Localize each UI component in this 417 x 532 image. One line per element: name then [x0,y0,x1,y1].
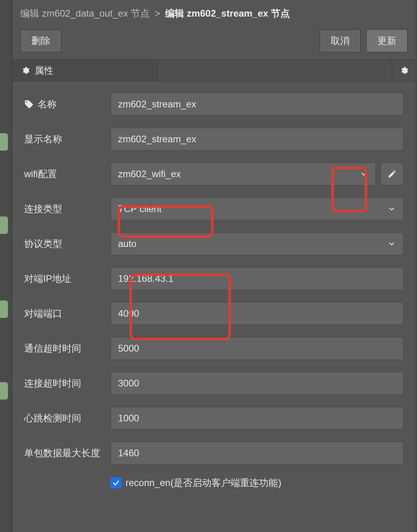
peer-ip-label: 对端IP地址 [24,272,110,285]
breadcrumb: 编辑 zm602_data_out_ex 节点 > 编辑 zm602_strea… [12,0,415,25]
heartbeat-label: 心跳检测时间 [24,412,110,425]
gear-icon [21,66,30,75]
check-icon [112,479,120,487]
heartbeat-input[interactable] [110,407,404,430]
cancel-button[interactable]: 取消 [320,29,361,52]
tab-properties-label: 属性 [34,64,53,77]
gear-icon [400,66,408,75]
connection-type-value: TCP client [118,203,162,214]
name-label: 名称 [38,98,57,111]
reconn-label: reconn_en(是否启动客户端重连功能) [126,477,281,489]
conn-timeout-input[interactable] [110,372,404,395]
tabbar: 属性 [12,59,415,82]
breadcrumb-parent[interactable]: 编辑 zm602_data_out_ex 节点 [20,8,150,19]
tab-properties[interactable]: 属性 [12,60,158,81]
canvas-node-fragment [0,300,8,318]
chevron-down-icon [387,239,396,248]
pencil-icon [387,169,397,179]
display-label: 显示名称 [24,133,110,145]
wifi-config-value: zm602_wifi_ex [118,168,181,180]
chevron-down-icon [360,170,368,178]
comm-timeout-label: 通信超时时间 [24,342,110,355]
breadcrumb-current: 编辑 zm602_stream_ex 节点 [165,8,290,19]
connection-type-select[interactable]: TCP client [110,197,404,220]
comm-timeout-input[interactable] [110,337,404,360]
display-name-input[interactable] [110,128,404,151]
protocol-type-select[interactable]: auto [110,232,404,255]
form: 名称 显示名称 wifi配置 zm602_wifi_ex [12,82,415,532]
proto-label: 协议类型 [24,237,110,250]
chevron-down-icon [387,205,396,213]
conn-timeout-label: 连接超时时间 [24,377,110,390]
protocol-type-value: auto [118,238,137,249]
update-button[interactable]: 更新 [366,29,407,52]
breadcrumb-separator: > [155,8,160,19]
toolbar: 删除 取消 更新 [12,25,415,59]
settings-button[interactable] [392,60,415,81]
maxlen-label: 单包数据最大长度 [24,447,110,459]
canvas-node-fragment [0,216,8,234]
wifi-config-edit-button[interactable] [381,163,404,186]
name-input[interactable] [110,93,404,116]
maxlen-input[interactable] [110,442,404,465]
canvas-node-fragment [0,133,8,151]
conn-type-label: 连接类型 [24,203,110,215]
editor-panel: 编辑 zm602_data_out_ex 节点 > 编辑 zm602_strea… [12,0,415,532]
wifi-label: wifi配置 [24,168,110,180]
tag-icon [24,100,34,109]
peer-ip-input[interactable] [110,267,404,290]
delete-button[interactable]: 删除 [20,29,61,52]
wifi-config-select[interactable]: zm602_wifi_ex [110,163,376,186]
peer-port-input[interactable] [110,302,404,325]
peer-port-label: 对端端口 [24,307,110,320]
canvas-node-fragment [0,382,8,400]
reconn-checkbox[interactable] [110,477,122,488]
